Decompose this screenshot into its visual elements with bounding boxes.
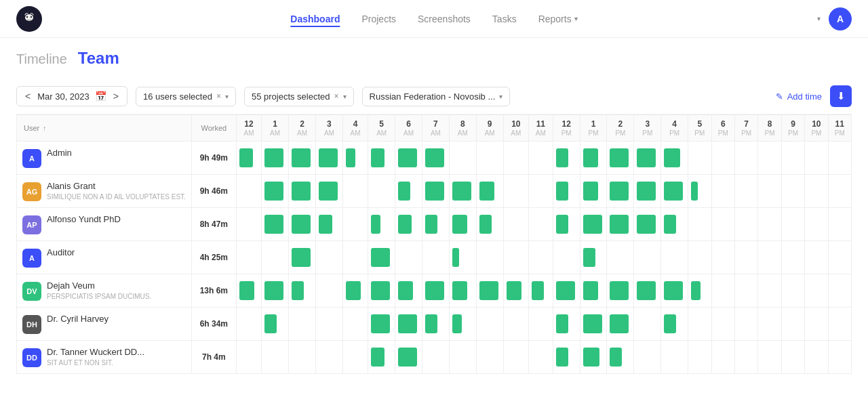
bar-row bbox=[451, 177, 475, 205]
hour-col-8: 8AM bbox=[449, 115, 476, 142]
location-filter-label: Russian Federation - Novosib ... bbox=[370, 91, 496, 102]
activity-bar bbox=[425, 215, 437, 234]
bar-cell-16 bbox=[661, 241, 688, 274]
user-avatar: DH bbox=[22, 315, 41, 334]
projects-filter-btn[interactable]: 55 projects selected × ▾ bbox=[244, 87, 354, 106]
bar-cell-5 bbox=[368, 208, 395, 241]
download-btn[interactable]: ⬇ bbox=[830, 85, 852, 107]
bar-row bbox=[397, 211, 420, 238]
bar-cell-12 bbox=[553, 175, 580, 208]
bar-row bbox=[478, 211, 502, 238]
users-filter-chevron-icon: ▾ bbox=[225, 93, 229, 100]
bar-row bbox=[582, 244, 606, 271]
bar-cell-12 bbox=[553, 142, 580, 175]
bar-cell-18 bbox=[711, 308, 734, 341]
user-info: AG Alanis Grant SIMILIQUE NON A ID AIL V… bbox=[22, 181, 186, 202]
bar-row bbox=[478, 177, 502, 205]
bar-row bbox=[424, 177, 448, 205]
projects-filter-clear-icon[interactable]: × bbox=[334, 91, 339, 101]
calendar-icon[interactable]: 📅 bbox=[95, 91, 106, 102]
bar-cell-3 bbox=[315, 241, 342, 274]
worked-cell: 9h 49m bbox=[191, 142, 236, 175]
users-filter-btn[interactable]: 16 users selected × ▾ bbox=[136, 87, 236, 106]
bar-row bbox=[663, 177, 686, 205]
bar-row bbox=[451, 277, 475, 304]
nav-screenshots[interactable]: Screenshots bbox=[418, 11, 471, 27]
bar-cell-13 bbox=[580, 274, 607, 308]
user-avatar: DD bbox=[22, 348, 41, 367]
hour-col-12: 12PM bbox=[553, 115, 580, 142]
bar-row bbox=[424, 144, 448, 171]
user-cell: A Auditor bbox=[17, 241, 192, 274]
bar-row bbox=[290, 244, 314, 271]
bar-cell-4 bbox=[342, 208, 368, 241]
next-date-btn[interactable]: > bbox=[112, 91, 120, 101]
bar-cell-18 bbox=[711, 241, 734, 274]
bar-row bbox=[370, 310, 393, 337]
activity-bar bbox=[452, 314, 462, 333]
hour-col-21: 9PM bbox=[781, 115, 804, 142]
date-navigator: < Mar 30, 2023 📅 > bbox=[16, 86, 127, 106]
activity-bar bbox=[452, 248, 459, 267]
bar-row bbox=[451, 310, 475, 337]
bar-row bbox=[505, 277, 527, 304]
activity-bar bbox=[346, 281, 361, 300]
nav-reports[interactable]: Reports ▾ bbox=[538, 11, 578, 27]
bar-cell-17 bbox=[688, 341, 711, 374]
users-filter-clear-icon[interactable]: × bbox=[216, 91, 221, 101]
activity-bar bbox=[610, 148, 629, 167]
bar-row bbox=[317, 144, 341, 171]
hour-col-14: 2PM bbox=[607, 115, 634, 142]
table-row: A Admin 9h 49m bbox=[17, 142, 852, 175]
activity-bar bbox=[425, 182, 444, 201]
activity-bar bbox=[637, 148, 656, 167]
activity-bar bbox=[292, 248, 311, 267]
activity-bar bbox=[583, 148, 598, 167]
projects-filter-label: 55 projects selected bbox=[252, 91, 330, 102]
bar-cell-21 bbox=[781, 175, 804, 208]
bar-row bbox=[555, 310, 578, 337]
bar-cell-18 bbox=[711, 208, 734, 241]
bar-cell-1 bbox=[262, 208, 289, 241]
page-header: Timeline Team bbox=[16, 49, 852, 68]
add-time-btn[interactable]: ✎ Add time bbox=[776, 91, 822, 102]
nav-tasks[interactable]: Tasks bbox=[492, 11, 517, 27]
activity-bar bbox=[452, 281, 467, 300]
user-avatar: A bbox=[22, 249, 41, 268]
bar-cell-14 bbox=[607, 274, 634, 308]
user-avatar-btn[interactable]: A bbox=[829, 7, 852, 30]
bar-cell-2 bbox=[289, 274, 316, 308]
location-filter-btn[interactable]: Russian Federation - Novosib ... ▾ bbox=[362, 87, 511, 106]
user-name: Alfonso Yundt PhD bbox=[47, 214, 121, 226]
activity-bar bbox=[583, 215, 602, 234]
bar-cell-7 bbox=[422, 208, 449, 241]
activity-bar bbox=[610, 215, 629, 234]
prev-date-btn[interactable]: < bbox=[24, 91, 32, 101]
hour-col-4: 4AM bbox=[342, 115, 368, 142]
table-row: AP Alfonso Yundt PhD 8h 47m bbox=[17, 208, 852, 241]
hour-col-5: 5AM bbox=[368, 115, 395, 142]
bar-cell-22 bbox=[805, 208, 828, 241]
bar-row bbox=[690, 277, 709, 304]
bar-cell-5 bbox=[368, 142, 395, 175]
bar-row bbox=[263, 310, 287, 337]
bar-row bbox=[690, 177, 709, 205]
activity-bar bbox=[371, 314, 390, 333]
nav-dashboard[interactable]: Dashboard bbox=[290, 11, 340, 27]
bar-row bbox=[663, 277, 686, 304]
activity-bar bbox=[583, 314, 602, 333]
user-name: Admin bbox=[47, 148, 72, 159]
bar-row bbox=[344, 277, 366, 304]
bar-cell-8 bbox=[449, 208, 476, 241]
bar-cell-14 bbox=[607, 142, 634, 175]
nav-projects[interactable]: Projects bbox=[361, 11, 396, 27]
bar-cell-1 bbox=[262, 175, 289, 208]
bar-cell-8 bbox=[449, 308, 476, 341]
bar-cell-18 bbox=[711, 341, 734, 374]
bar-cell-9 bbox=[476, 175, 503, 208]
bar-cell-17 bbox=[688, 175, 711, 208]
bar-row bbox=[608, 144, 632, 171]
user-name: Auditor bbox=[47, 247, 75, 259]
bar-cell-21 bbox=[781, 142, 804, 175]
bar-cell-11 bbox=[529, 208, 553, 241]
